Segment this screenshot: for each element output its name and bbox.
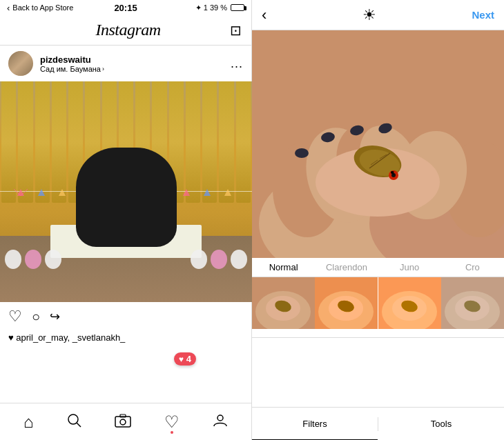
avatar[interactable]	[8, 51, 33, 76]
editor-next-button[interactable]: Next	[472, 9, 494, 21]
svg-marker-10	[224, 189, 231, 196]
nav-heart-dot	[171, 431, 173, 434]
avatar-image	[8, 51, 33, 76]
svg-marker-9	[204, 189, 211, 196]
like-button[interactable]: ♡	[8, 308, 22, 326]
notification-count: 4	[186, 354, 191, 364]
status-right: ✦ 1 39 %	[195, 3, 244, 12]
notification-badge[interactable]: ♥ 4	[174, 352, 196, 366]
editor-panel: ‹ ☀ Next	[252, 0, 504, 440]
nav-heart-button[interactable]: ♡	[164, 412, 180, 432]
signal-icon: ✦ 1	[195, 3, 208, 12]
svg-rect-15	[120, 414, 126, 417]
svg-point-11	[68, 414, 78, 424]
back-to-appstore[interactable]: ‹ Back to App Store	[7, 3, 73, 13]
svg-line-12	[77, 423, 81, 427]
editor-back-button[interactable]: ‹	[262, 6, 266, 24]
svg-marker-1	[38, 189, 45, 196]
status-bar: ‹ Back to App Store 20:15 ✦ 1 39 %	[0, 0, 251, 15]
inbox-icon[interactable]: ⊡	[230, 22, 242, 39]
post-image	[0, 81, 252, 302]
tab-filters[interactable]: Filters	[252, 408, 378, 440]
svg-point-14	[120, 419, 126, 425]
editor-image	[252, 30, 504, 258]
hands-background	[252, 30, 504, 258]
svg-marker-0	[17, 189, 24, 196]
editor-tabs: Filters Tools	[252, 407, 504, 440]
likes-text: ♥ april_or_may, _svetlanakh_	[8, 332, 125, 343]
brightness-icon[interactable]: ☀	[362, 6, 376, 24]
filter-thumb-clarendon[interactable]	[315, 277, 378, 338]
bottom-navigation: ⌂ ♡	[0, 403, 251, 440]
svg-marker-2	[59, 189, 66, 196]
filter-labels: Normal Clarendon Juno Cro	[252, 258, 504, 277]
nav-profile-button[interactable]	[213, 412, 228, 432]
nav-camera-button[interactable]	[115, 412, 131, 432]
tab-tools[interactable]: Tools	[378, 408, 504, 440]
share-button[interactable]: ↪	[50, 309, 60, 324]
filter-label-clarendon[interactable]: Clarendon	[315, 262, 378, 275]
filter-label-normal[interactable]: Normal	[252, 262, 315, 275]
nav-search-button[interactable]	[66, 412, 81, 432]
balloons-left	[5, 250, 61, 269]
battery-icon	[231, 4, 244, 11]
location-text: Сад им. Баумана	[40, 65, 101, 73]
editor-header: ‹ ☀ Next	[252, 0, 504, 30]
svg-point-16	[217, 415, 223, 421]
post-actions: ♡ ○ ↪	[0, 302, 251, 331]
svg-point-27	[295, 148, 309, 158]
location[interactable]: Сад им. Баумана ›	[40, 65, 224, 73]
back-label: Back to App Store	[12, 3, 73, 12]
filter-thumb-juno[interactable]	[378, 277, 441, 338]
instagram-logo: Instagram	[95, 21, 160, 39]
filter-label-cro[interactable]: Cro	[441, 262, 504, 275]
comment-button[interactable]: ○	[32, 309, 40, 325]
filter-thumb-normal[interactable]	[252, 277, 315, 338]
status-time: 20:15	[114, 3, 137, 13]
instagram-panel: ‹ Back to App Store 20:15 ✦ 1 39 % Insta…	[0, 0, 252, 440]
balloons-right	[191, 250, 247, 269]
filter-label-juno[interactable]: Juno	[378, 262, 441, 275]
location-arrow-icon: ›	[102, 66, 104, 72]
back-arrow-icon: ‹	[7, 3, 10, 13]
badge-heart-icon: ♥	[179, 354, 184, 364]
post-header: pizdeswaitu Сад им. Баумана › ...	[0, 46, 251, 81]
svg-point-38	[391, 171, 394, 174]
svg-marker-8	[183, 189, 190, 196]
username[interactable]: pizdeswaitu	[40, 54, 224, 65]
filter-thumb-cro[interactable]	[441, 277, 504, 338]
instagram-header: Instagram ⊡	[0, 15, 251, 46]
battery-percent: 39 %	[210, 3, 227, 12]
filter-thumbnails	[252, 277, 504, 338]
nav-home-button[interactable]: ⌂	[23, 412, 34, 432]
post-menu-button[interactable]: ...	[231, 57, 243, 71]
likes-row: ♥ april_or_may, _svetlanakh_	[0, 331, 251, 346]
post-user-info: pizdeswaitu Сад им. Баумана ›	[40, 54, 224, 73]
post-image-bg	[0, 81, 252, 302]
person-silhouette	[76, 148, 177, 247]
